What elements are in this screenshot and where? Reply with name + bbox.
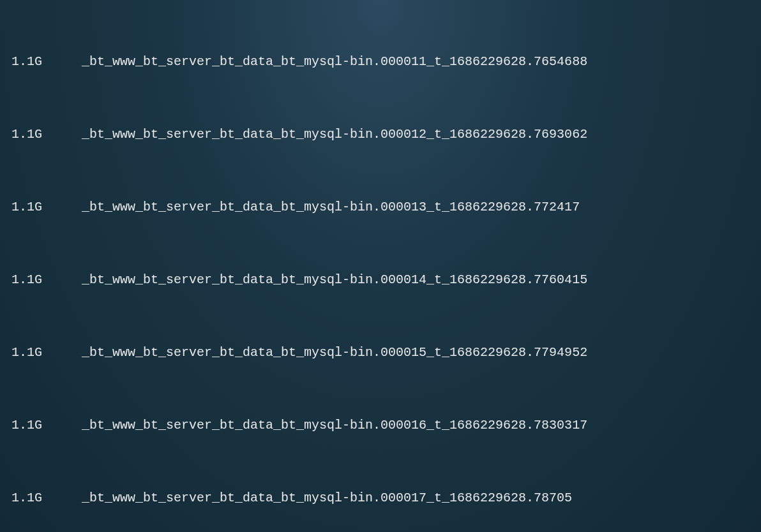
file-name: _bt_www_bt_server_bt_data_bt_mysql-bin.0… bbox=[82, 486, 572, 510]
file-size: 1.1G bbox=[11, 50, 82, 74]
terminal-output: 1.1G_bt_www_bt_server_bt_data_bt_mysql-b… bbox=[11, 1, 761, 532]
list-item: 1.1G_bt_www_bt_server_bt_data_bt_mysql-b… bbox=[11, 122, 761, 147]
file-name: _bt_www_bt_server_bt_data_bt_mysql-bin.0… bbox=[82, 195, 580, 219]
file-size: 1.1G bbox=[11, 268, 82, 292]
list-item: 1.1G_bt_www_bt_server_bt_data_bt_mysql-b… bbox=[11, 50, 761, 74]
list-item: 1.1G_bt_www_bt_server_bt_data_bt_mysql-b… bbox=[11, 341, 761, 365]
list-item: 1.1G_bt_www_bt_server_bt_data_bt_mysql-b… bbox=[11, 195, 761, 219]
file-name: _bt_www_bt_server_bt_data_bt_mysql-bin.0… bbox=[82, 413, 587, 438]
file-size: 1.1G bbox=[11, 122, 82, 147]
list-item: 1.1G_bt_www_bt_server_bt_data_bt_mysql-b… bbox=[11, 486, 761, 510]
file-size: 1.1G bbox=[11, 195, 82, 219]
list-item: 1.1G_bt_www_bt_server_bt_data_bt_mysql-b… bbox=[11, 413, 761, 438]
file-name: _bt_www_bt_server_bt_data_bt_mysql-bin.0… bbox=[82, 50, 587, 74]
file-name: _bt_www_bt_server_bt_data_bt_mysql-bin.0… bbox=[82, 122, 587, 147]
list-item: 1.1G_bt_www_bt_server_bt_data_bt_mysql-b… bbox=[11, 268, 761, 292]
file-name: _bt_www_bt_server_bt_data_bt_mysql-bin.0… bbox=[82, 341, 587, 365]
file-name: _bt_www_bt_server_bt_data_bt_mysql-bin.0… bbox=[82, 268, 587, 292]
file-size: 1.1G bbox=[11, 486, 82, 510]
file-size: 1.1G bbox=[11, 341, 82, 365]
file-size: 1.1G bbox=[11, 413, 82, 438]
